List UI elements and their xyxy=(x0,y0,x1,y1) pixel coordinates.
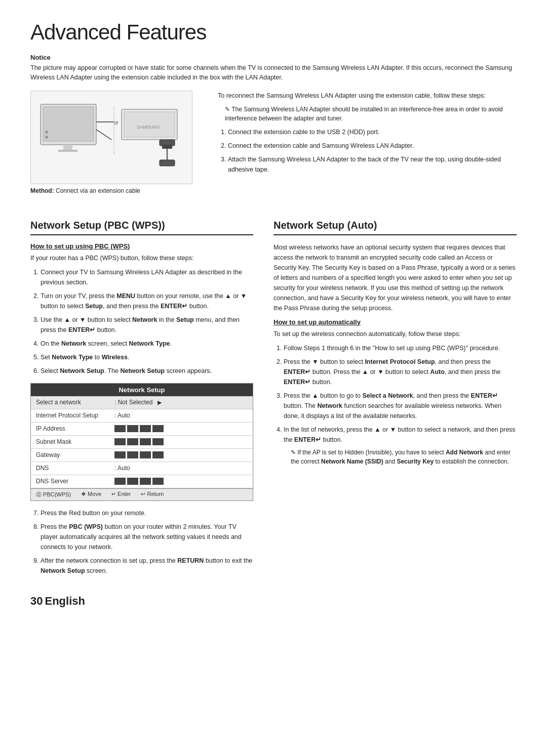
block-9 xyxy=(114,451,126,458)
block-10 xyxy=(127,451,138,458)
pbc-step-8: Press the PBC (WPS) button on your route… xyxy=(41,522,253,552)
row-value-dns: : Auto xyxy=(114,465,130,472)
row-label-gateway: Gateway xyxy=(36,451,114,458)
row-value-dns-server xyxy=(114,478,164,485)
svg-text:SAMSUNG: SAMSUNG xyxy=(137,124,160,130)
block-14 xyxy=(127,478,138,485)
block-12 xyxy=(152,451,164,458)
auto-steps-intro: To set up the wireless connection automa… xyxy=(274,329,517,339)
block-13 xyxy=(114,478,126,485)
block-3 xyxy=(140,425,151,432)
row-label-select: Select a network xyxy=(36,399,114,406)
auto-section-title: Network Setup (Auto) xyxy=(274,220,517,235)
reconnect-step-2: Connect the extension cable and Samsung … xyxy=(228,141,517,151)
network-row-subnet: Subnet Mask xyxy=(31,436,253,449)
auto-column: Network Setup (Auto) Most wireless netwo… xyxy=(274,209,517,579)
method-caption: Method: Connect via an extension cable xyxy=(30,187,203,194)
pbc-step-7: Press the Red button on your remote. xyxy=(41,508,253,518)
pbc-step-4: On the Network screen, select Network Ty… xyxy=(41,339,253,349)
subnet-blocks xyxy=(114,438,164,445)
page-language: English xyxy=(45,595,85,607)
svg-rect-2 xyxy=(63,145,72,150)
main-two-col: Network Setup (PBC (WPS)) How to set up … xyxy=(30,209,517,579)
pbc-intro: If your router has a PBC (WPS) button, f… xyxy=(30,253,253,263)
auto-note: If the AP is set to Hidden (Invisible), … xyxy=(291,448,517,466)
pbc-step-1: Connect your TV to Samsung Wireless LAN … xyxy=(41,267,253,287)
page-number: 30 xyxy=(30,595,43,607)
row-label-subnet: Subnet Mask xyxy=(36,438,114,445)
svg-rect-15 xyxy=(160,160,175,166)
row-value-subnet xyxy=(114,438,164,445)
auto-step-1: Follow Steps 1 through 6 in the "How to … xyxy=(284,343,517,353)
pbc-step-5: Set Network Type to Wireless. xyxy=(41,352,253,362)
pbc-steps-after-table: Press the Red button on your remote. Pre… xyxy=(41,508,253,576)
block-1 xyxy=(114,425,126,432)
dns-blocks xyxy=(114,478,164,485)
row-label-ips: Internet Protocol Setup xyxy=(36,412,114,419)
svg-line-8 xyxy=(96,130,111,140)
svg-point-5 xyxy=(45,131,48,134)
block-4 xyxy=(152,425,164,432)
reconnect-steps: Connect the extension cable to the USB 2… xyxy=(228,127,517,175)
page-number-section: 30English xyxy=(30,595,517,608)
notice-section: Notice The picture may appear corrupted … xyxy=(30,54,517,82)
block-8 xyxy=(152,438,164,445)
auto-steps: Follow Steps 1 through 6 in the "How to … xyxy=(284,343,517,466)
block-6 xyxy=(127,438,138,445)
reconnect-step-3: Attach the Samsung Wireless LAN Adapter … xyxy=(228,154,517,175)
auto-step-4: In the list of networks, press the ▲ or … xyxy=(284,425,517,466)
pbc-section-title: Network Setup (PBC (WPS)) xyxy=(30,220,253,235)
gateway-blocks xyxy=(114,451,164,458)
block-7 xyxy=(140,438,151,445)
pbc-steps: Connect your TV to Samsung Wireless LAN … xyxy=(41,267,253,376)
network-row-gateway: Gateway xyxy=(31,449,253,462)
reconnect-step-1: Connect the extension cable to the USB 2… xyxy=(228,127,517,137)
svg-rect-13 xyxy=(162,145,172,149)
row-value-select: : Not Selected ▶ xyxy=(114,399,162,406)
device-image-section: or SAMSUNG Method: Connect via an extens… xyxy=(30,91,203,194)
footer-pbc: ⓪ PBC(WPS) xyxy=(36,491,71,498)
pbc-column: Network Setup (PBC (WPS)) How to set up … xyxy=(30,209,253,579)
pbc-step-9: After the network connection is set up, … xyxy=(41,556,253,576)
device-image: or SAMSUNG xyxy=(30,91,192,184)
block-15 xyxy=(140,478,151,485)
auto-subsection-title: How to set up automatically xyxy=(274,318,517,326)
row-label-dns-server: DNS Server xyxy=(36,478,114,485)
network-setup-table: Network Setup Select a network : Not Sel… xyxy=(30,383,253,501)
row-label-dns: DNS xyxy=(36,465,114,472)
pbc-step-3: Use the ▲ or ▼ button to select Network … xyxy=(41,315,253,335)
network-row-dns: DNS : Auto xyxy=(31,462,253,475)
notice-label: Notice xyxy=(30,54,517,61)
network-row-dns-server: DNS Server xyxy=(31,475,253,488)
svg-rect-3 xyxy=(58,150,77,152)
block-5 xyxy=(114,438,126,445)
svg-text:or: or xyxy=(114,120,119,125)
notice-text: The picture may appear corrupted or have… xyxy=(30,63,517,82)
top-section: or SAMSUNG Method: Connect via an extens… xyxy=(30,91,517,194)
footer-return: ↩ Return xyxy=(141,491,164,498)
row-label-ip: IP Address xyxy=(36,425,114,432)
network-row-ips: Internet Protocol Setup : Auto xyxy=(31,409,253,423)
pbc-subsection-title: How to set up using PBC (WPS) xyxy=(30,242,253,250)
block-16 xyxy=(152,478,164,485)
network-setup-header: Network Setup xyxy=(31,384,253,396)
pbc-step-6: Select Network Setup. The Network Setup … xyxy=(41,366,253,376)
auto-step-3: Press the ▲ button to go to Select a Net… xyxy=(284,391,517,421)
svg-rect-1 xyxy=(43,107,94,141)
row-value-ips: : Auto xyxy=(114,412,130,419)
block-11 xyxy=(140,451,151,458)
row-value-ip xyxy=(114,425,164,432)
network-row-ip: IP Address xyxy=(31,423,253,436)
auto-step-2: Press the ▼ button to select Internet Pr… xyxy=(284,357,517,387)
arrow-right-icon: ▶ xyxy=(158,399,162,406)
reconnect-section: To reconnect the Samsung Wireless LAN Ad… xyxy=(218,91,517,194)
reconnect-intro: To reconnect the Samsung Wireless LAN Ad… xyxy=(218,91,517,101)
network-row-select: Select a network : Not Selected ▶ xyxy=(31,396,253,409)
reconnect-note: The Samsung Wireless LAN Adapter should … xyxy=(225,105,517,123)
network-setup-footer: ⓪ PBC(WPS) ❖ Move ↵ Enter ↩ Return xyxy=(31,488,253,500)
footer-move: ❖ Move xyxy=(81,491,101,498)
row-value-gateway xyxy=(114,451,164,458)
footer-enter: ↵ Enter xyxy=(111,491,131,498)
svg-point-4 xyxy=(45,136,48,139)
page-title: Advanced Features xyxy=(30,20,517,45)
